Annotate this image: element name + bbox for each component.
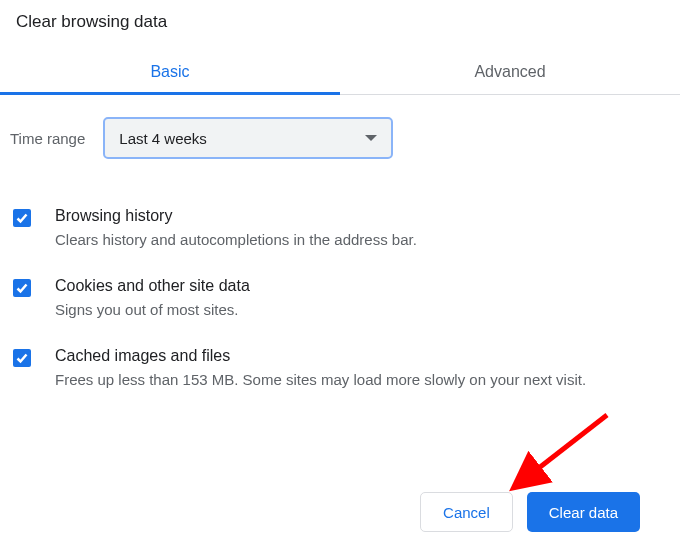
svg-line-1: [517, 415, 607, 485]
checkmark-icon: [16, 282, 28, 294]
option-desc: Frees up less than 153 MB. Some sites ma…: [55, 369, 670, 391]
option-cookies: Cookies and other site data Signs you ou…: [13, 277, 670, 321]
time-range-select-wrap: Last 4 weeks: [103, 117, 393, 159]
option-browsing-history: Browsing history Clears history and auto…: [13, 207, 670, 251]
checkbox-cookies[interactable]: [13, 279, 31, 297]
option-texts: Browsing history Clears history and auto…: [55, 207, 670, 251]
tabs-container: Basic Advanced: [0, 50, 680, 95]
checkbox-cached[interactable]: [13, 349, 31, 367]
option-title: Cookies and other site data: [55, 277, 670, 295]
option-desc: Signs you out of most sites.: [55, 299, 670, 321]
option-texts: Cookies and other site data Signs you ou…: [55, 277, 670, 321]
annotation-arrow-icon: [495, 409, 615, 499]
tab-basic[interactable]: Basic: [0, 50, 340, 94]
button-row: Cancel Clear data: [420, 492, 640, 532]
dialog-title: Clear browsing data: [0, 0, 680, 40]
tab-advanced[interactable]: Advanced: [340, 50, 680, 94]
options-list: Browsing history Clears history and auto…: [0, 171, 680, 390]
option-title: Browsing history: [55, 207, 670, 225]
time-range-row: Time range Last 4 weeks: [0, 95, 680, 171]
checkbox-browsing-history[interactable]: [13, 209, 31, 227]
option-title: Cached images and files: [55, 347, 670, 365]
time-range-value: Last 4 weeks: [119, 130, 207, 147]
checkmark-icon: [16, 352, 28, 364]
clear-data-button[interactable]: Clear data: [527, 492, 640, 532]
option-texts: Cached images and files Frees up less th…: [55, 347, 670, 391]
cancel-button[interactable]: Cancel: [420, 492, 513, 532]
checkmark-icon: [16, 212, 28, 224]
option-cached: Cached images and files Frees up less th…: [13, 347, 670, 391]
time-range-select[interactable]: Last 4 weeks: [103, 117, 393, 159]
chevron-down-icon: [365, 135, 377, 141]
time-range-label: Time range: [10, 130, 85, 147]
option-desc: Clears history and autocompletions in th…: [55, 229, 670, 251]
